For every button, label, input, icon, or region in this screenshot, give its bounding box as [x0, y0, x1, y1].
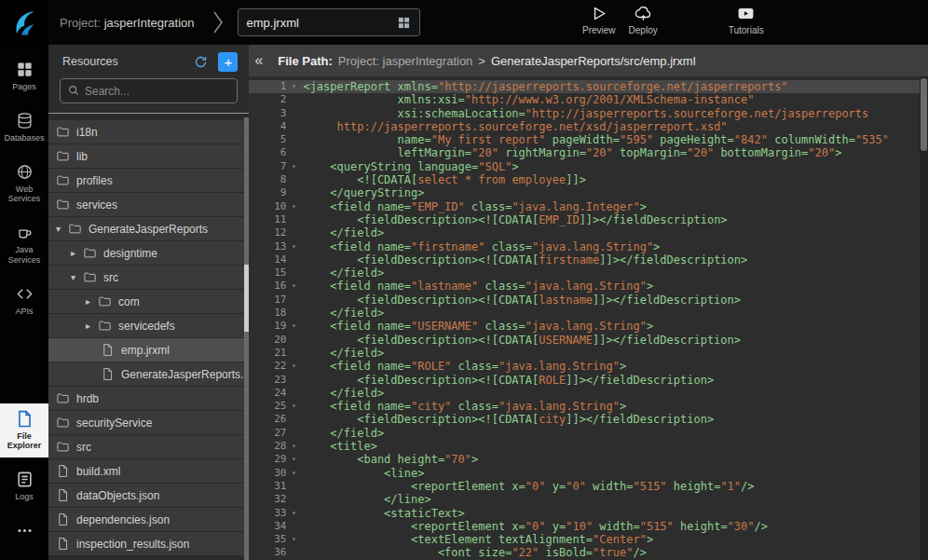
fold-toggle-icon[interactable]: ▾ [286, 467, 301, 480]
code-line[interactable]: 2 xmlns:xsi="http://www.w3.org/2001/XMLS… [249, 93, 928, 106]
tree-item-inspection-results-json[interactable]: inspection_results.json [48, 532, 249, 556]
code-line[interactable]: 11 <fieldDescription><![CDATA[EMP_ID]]><… [249, 213, 928, 226]
tree-item-services[interactable]: services [48, 193, 249, 217]
code-line[interactable]: 24 </field> [249, 387, 928, 400]
fold-toggle-icon[interactable]: ▾ [286, 80, 301, 93]
fold-toggle-icon[interactable]: ▾ [286, 320, 301, 333]
code-line[interactable]: 30▾ <line> [249, 467, 928, 480]
code-text: </field> [301, 347, 384, 360]
fold-toggle-icon[interactable]: ▾ [286, 240, 301, 253]
rail-item-file-explorer[interactable]: File Explorer [0, 403, 48, 458]
code-line[interactable]: 10▾ <field name="EMP_ID" class="java.lan… [249, 200, 928, 213]
tree-item-profiles[interactable]: profiles [48, 169, 249, 193]
caret-right-icon[interactable]: ▸ [86, 296, 98, 307]
collapse-panel-icon[interactable]: « [254, 52, 263, 69]
fold-toggle-icon[interactable]: ▾ [286, 453, 301, 466]
code-line[interactable]: 3 xsi:schemaLocation="http://jasperrepor… [249, 107, 928, 120]
project-label: Project: [60, 16, 101, 30]
tree-item-i18n[interactable]: i18n [48, 120, 249, 144]
grid-icon[interactable] [397, 16, 411, 30]
tree-item-src[interactable]: src [48, 435, 249, 459]
code-line[interactable]: 4 http://jasperreports.sourceforge.net/x… [249, 120, 928, 133]
rail-item-more[interactable] [0, 515, 48, 546]
rail-item-pages[interactable]: Pages [0, 54, 48, 99]
folder-icon [56, 198, 70, 212]
code-text: </field> [301, 266, 384, 280]
code-line[interactable]: 27 </field> [249, 427, 928, 440]
caret-down-icon[interactable]: ▾ [56, 224, 68, 234]
code-line[interactable]: 36 <font size="22" isBold="true"/> [249, 546, 928, 559]
fold-toggle-icon[interactable]: ▾ [286, 360, 301, 373]
fold-toggle-icon[interactable]: ▾ [286, 200, 301, 213]
tree-item-src[interactable]: ▾src [48, 266, 249, 290]
tree-item-dependencies-json[interactable]: dependencies.json [48, 508, 249, 532]
rail-item-databases[interactable]: Databases [0, 105, 48, 150]
app-logo[interactable] [0, 0, 48, 45]
caret-down-icon[interactable]: ▾ [71, 272, 83, 282]
rail-item-java-services[interactable]: Java Services [0, 217, 48, 272]
tree-item-emp-jrxml[interactable]: emp.jrxml [48, 338, 249, 362]
caret-right-icon[interactable]: ▸ [86, 321, 98, 331]
tree-item-lib[interactable]: lib [48, 144, 249, 169]
fold-toggle-icon[interactable]: ▾ [286, 507, 301, 520]
code-line[interactable]: 17 <fieldDescription><![CDATA[lastname]]… [249, 294, 928, 307]
rail-item-apis[interactable]: APIs [0, 279, 48, 323]
code-line[interactable]: 35▾ <textElement textAlignment="Center"> [249, 533, 928, 546]
code-line[interactable]: 18 </field> [249, 307, 928, 320]
code-line[interactable]: 12 </field> [249, 226, 928, 239]
caret-right-icon[interactable]: ▸ [71, 248, 83, 258]
rail-item-web-services[interactable]: Web Services [0, 157, 48, 212]
code-line[interactable]: 9 </queryString> [249, 186, 928, 199]
code-line[interactable]: 26 <fieldDescription><![CDATA[city]]></f… [249, 413, 928, 426]
code-line[interactable]: 14 <fieldDescription><![CDATA[firstname]… [249, 253, 928, 266]
deploy-button[interactable]: Deploy [629, 5, 658, 35]
search-input[interactable] [60, 78, 238, 103]
code-line[interactable]: 6 leftMargin="20" rightMargin="20" topMa… [249, 146, 928, 159]
fold-toggle-icon[interactable]: ▾ [286, 160, 301, 173]
code-line[interactable]: 20 <fieldDescription><![CDATA[USERNAME]]… [249, 334, 928, 347]
code-line[interactable]: 28▾ <title> [249, 440, 928, 453]
preview-button[interactable]: Preview [582, 5, 616, 35]
code-line[interactable]: 32 </line> [249, 493, 928, 506]
add-resource-button[interactable]: + [218, 52, 238, 72]
tree-item-designtime[interactable]: ▸designtime [48, 241, 249, 266]
code-line[interactable]: 34 <reportElement x="0" y="10" width="51… [249, 520, 928, 533]
code-line[interactable]: 22▾ <field name="ROLE" class="java.lang.… [249, 360, 928, 373]
fold-toggle-icon[interactable]: ▾ [286, 280, 301, 293]
fold-toggle-icon[interactable]: ▾ [286, 440, 301, 453]
line-number: 11 [249, 213, 286, 226]
tree-item-dataobjects-json[interactable]: dataObjects.json [48, 484, 249, 508]
code-line[interactable]: 29▾ <band height="70"> [249, 453, 928, 466]
tree-item-build-xml[interactable]: build.xml [48, 459, 249, 484]
tree-item-hrdb[interactable]: hrdb [48, 387, 249, 411]
code-line[interactable]: 23 <fieldDescription><![CDATA[ROLE]]></f… [249, 374, 928, 387]
editor-scrollbar[interactable] [920, 76, 928, 560]
code-line[interactable]: 19▾ <field name="USERNAME" class="java.l… [249, 320, 928, 333]
tree-item-generatejasperreports-s[interactable]: GenerateJasperReports.s [48, 362, 249, 387]
tree-item-securityservice[interactable]: securityService [48, 411, 249, 435]
code-line[interactable]: 13▾ <field name="firstname" class="java.… [249, 240, 928, 253]
code-line[interactable]: 15 </field> [249, 266, 928, 280]
code-line[interactable]: 21 </field> [249, 347, 928, 360]
tutorials-button[interactable]: Tutorials [729, 5, 764, 35]
tree-item-com[interactable]: ▸com [48, 290, 249, 314]
rail-item-logs[interactable]: Logs [0, 464, 48, 509]
code-line[interactable]: 31 <reportElement x="0" y="0" width="515… [249, 480, 928, 493]
tree-item-servicedefs[interactable]: ▸servicedefs [48, 314, 249, 338]
editor-scrollbar-thumb[interactable] [921, 78, 927, 151]
code-line[interactable]: 5 name="My first report" pageWidth="595"… [249, 133, 928, 146]
code-line[interactable]: 1▾<jasperReport xmlns="http://jasperrepo… [249, 80, 928, 93]
code-line[interactable]: 8 <![CDATA[select * from employee]]> [249, 173, 928, 186]
file-selector[interactable]: emp.jrxml [238, 8, 420, 36]
code-line[interactable]: 7▾ <queryString language="SQL"> [249, 160, 928, 173]
code-line[interactable]: 25▾ <field name="city" class="java.lang.… [249, 400, 928, 413]
logo-swoosh-icon [8, 7, 40, 38]
fold-toggle-icon[interactable]: ▾ [286, 533, 301, 546]
code-line[interactable]: 16▾ <field name="lastname" class="java.l… [249, 280, 928, 293]
refresh-icon[interactable] [194, 55, 208, 69]
code-line[interactable]: 33▾ <staticText> [249, 507, 928, 520]
tree-item-generatejasperreports[interactable]: ▾GenerateJasperReports [48, 217, 249, 241]
tree-item-label: hrdb [76, 392, 99, 405]
fold-toggle-icon[interactable]: ▾ [286, 400, 301, 413]
code-editor[interactable]: 1▾<jasperReport xmlns="http://jasperrepo… [249, 76, 928, 560]
